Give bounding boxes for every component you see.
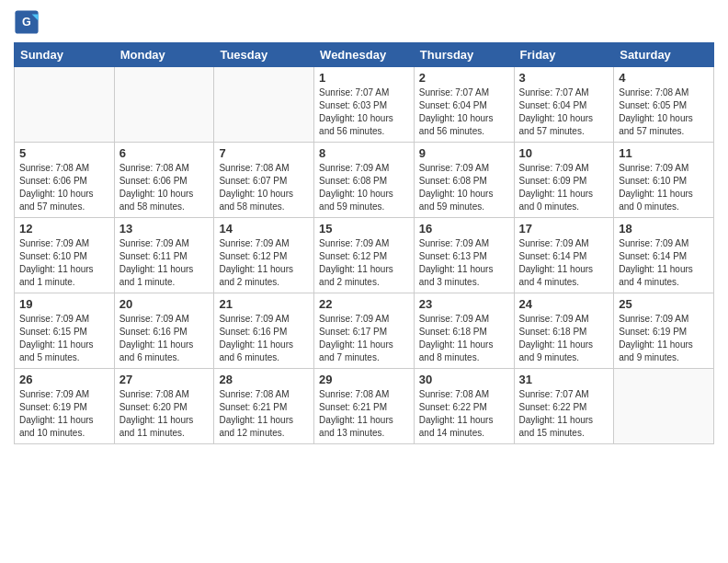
- calendar-cell: 29Sunrise: 7:08 AM Sunset: 6:21 PM Dayli…: [314, 369, 415, 444]
- day-info: Sunrise: 7:08 AM Sunset: 6:06 PM Dayligh…: [19, 162, 109, 213]
- day-info: Sunrise: 7:08 AM Sunset: 6:22 PM Dayligh…: [419, 388, 509, 440]
- calendar-cell: 28Sunrise: 7:08 AM Sunset: 6:21 PM Dayli…: [214, 369, 314, 444]
- calendar-cell: 9Sunrise: 7:09 AM Sunset: 6:08 PM Daylig…: [414, 143, 514, 218]
- header-day: Wednesday: [314, 43, 415, 67]
- header-row: SundayMondayTuesdayWednesdayThursdayFrid…: [15, 43, 714, 67]
- calendar-cell: 22Sunrise: 7:09 AM Sunset: 6:17 PM Dayli…: [314, 293, 415, 369]
- day-number: 23: [419, 297, 509, 311]
- day-number: 14: [219, 222, 309, 236]
- calendar-cell: 19Sunrise: 7:09 AM Sunset: 6:15 PM Dayli…: [15, 293, 115, 369]
- day-info: Sunrise: 7:09 AM Sunset: 6:18 PM Dayligh…: [419, 313, 509, 364]
- day-info: Sunrise: 7:09 AM Sunset: 6:08 PM Dayligh…: [419, 162, 509, 213]
- day-number: 19: [19, 297, 109, 311]
- day-number: 17: [519, 222, 609, 236]
- calendar-cell: 5Sunrise: 7:08 AM Sunset: 6:06 PM Daylig…: [15, 143, 115, 218]
- calendar-cell: 27Sunrise: 7:08 AM Sunset: 6:20 PM Dayli…: [114, 369, 214, 444]
- calendar-cell: 7Sunrise: 7:08 AM Sunset: 6:07 PM Daylig…: [214, 143, 314, 218]
- header-day: Thursday: [414, 43, 514, 67]
- day-number: 7: [219, 146, 309, 160]
- calendar-cell: 1Sunrise: 7:07 AM Sunset: 6:03 PM Daylig…: [314, 67, 415, 143]
- day-info: Sunrise: 7:09 AM Sunset: 6:19 PM Dayligh…: [619, 313, 709, 364]
- calendar-cell: 6Sunrise: 7:08 AM Sunset: 6:06 PM Daylig…: [114, 143, 214, 218]
- day-info: Sunrise: 7:09 AM Sunset: 6:19 PM Dayligh…: [19, 388, 109, 440]
- day-info: Sunrise: 7:08 AM Sunset: 6:21 PM Dayligh…: [319, 388, 409, 440]
- day-number: 21: [219, 297, 309, 311]
- day-info: Sunrise: 7:09 AM Sunset: 6:18 PM Dayligh…: [519, 313, 609, 364]
- calendar-cell: 15Sunrise: 7:09 AM Sunset: 6:12 PM Dayli…: [314, 218, 415, 293]
- day-info: Sunrise: 7:09 AM Sunset: 6:16 PM Dayligh…: [219, 313, 309, 364]
- day-number: 5: [19, 146, 109, 160]
- calendar-cell: [614, 369, 714, 444]
- calendar-week-row: 5Sunrise: 7:08 AM Sunset: 6:06 PM Daylig…: [15, 143, 714, 218]
- day-number: 22: [319, 297, 409, 311]
- day-number: 2: [419, 71, 509, 85]
- calendar-cell: 16Sunrise: 7:09 AM Sunset: 6:13 PM Dayli…: [414, 218, 514, 293]
- day-number: 6: [119, 146, 210, 160]
- day-info: Sunrise: 7:08 AM Sunset: 6:07 PM Dayligh…: [219, 162, 309, 213]
- day-info: Sunrise: 7:07 AM Sunset: 6:22 PM Dayligh…: [519, 388, 609, 440]
- calendar-week-row: 19Sunrise: 7:09 AM Sunset: 6:15 PM Dayli…: [15, 293, 714, 369]
- day-info: Sunrise: 7:09 AM Sunset: 6:13 PM Dayligh…: [419, 237, 509, 289]
- day-info: Sunrise: 7:09 AM Sunset: 6:12 PM Dayligh…: [319, 237, 409, 289]
- calendar-cell: 24Sunrise: 7:09 AM Sunset: 6:18 PM Dayli…: [514, 293, 614, 369]
- calendar-cell: 31Sunrise: 7:07 AM Sunset: 6:22 PM Dayli…: [514, 369, 614, 444]
- day-info: Sunrise: 7:09 AM Sunset: 6:14 PM Dayligh…: [619, 237, 709, 289]
- day-info: Sunrise: 7:08 AM Sunset: 6:20 PM Dayligh…: [119, 388, 210, 440]
- calendar-header: G: [14, 9, 714, 35]
- day-info: Sunrise: 7:09 AM Sunset: 6:12 PM Dayligh…: [219, 237, 309, 289]
- day-info: Sunrise: 7:07 AM Sunset: 6:04 PM Dayligh…: [419, 86, 509, 138]
- day-number: 16: [419, 222, 509, 236]
- svg-text:G: G: [22, 16, 31, 29]
- day-info: Sunrise: 7:09 AM Sunset: 6:14 PM Dayligh…: [519, 237, 609, 289]
- day-info: Sunrise: 7:07 AM Sunset: 6:04 PM Dayligh…: [519, 86, 609, 138]
- header-day: Sunday: [15, 43, 115, 67]
- calendar-cell: 20Sunrise: 7:09 AM Sunset: 6:16 PM Dayli…: [114, 293, 214, 369]
- day-info: Sunrise: 7:08 AM Sunset: 6:21 PM Dayligh…: [219, 388, 309, 440]
- calendar-cell: 2Sunrise: 7:07 AM Sunset: 6:04 PM Daylig…: [414, 67, 514, 143]
- header-day: Friday: [514, 43, 614, 67]
- calendar-cell: [114, 67, 214, 143]
- day-number: 28: [219, 373, 309, 386]
- calendar-cell: 21Sunrise: 7:09 AM Sunset: 6:16 PM Dayli…: [214, 293, 314, 369]
- day-info: Sunrise: 7:08 AM Sunset: 6:06 PM Dayligh…: [119, 162, 210, 213]
- day-info: Sunrise: 7:09 AM Sunset: 6:11 PM Dayligh…: [119, 237, 210, 289]
- calendar-cell: [15, 67, 115, 143]
- calendar-cell: 11Sunrise: 7:09 AM Sunset: 6:10 PM Dayli…: [614, 143, 714, 218]
- day-number: 12: [19, 222, 109, 236]
- day-number: 1: [319, 71, 409, 85]
- calendar-cell: 18Sunrise: 7:09 AM Sunset: 6:14 PM Dayli…: [614, 218, 714, 293]
- day-number: 13: [119, 222, 210, 236]
- day-number: 11: [619, 146, 709, 160]
- calendar-week-row: 12Sunrise: 7:09 AM Sunset: 6:10 PM Dayli…: [15, 218, 714, 293]
- day-info: Sunrise: 7:09 AM Sunset: 6:17 PM Dayligh…: [319, 313, 409, 364]
- day-number: 25: [619, 297, 709, 311]
- day-number: 4: [619, 71, 709, 85]
- day-number: 10: [519, 146, 609, 160]
- day-number: 20: [119, 297, 210, 311]
- calendar-cell: 12Sunrise: 7:09 AM Sunset: 6:10 PM Dayli…: [15, 218, 115, 293]
- day-info: Sunrise: 7:09 AM Sunset: 6:10 PM Dayligh…: [619, 162, 709, 213]
- day-number: 26: [19, 373, 109, 386]
- calendar-cell: 3Sunrise: 7:07 AM Sunset: 6:04 PM Daylig…: [514, 67, 614, 143]
- day-info: Sunrise: 7:07 AM Sunset: 6:03 PM Dayligh…: [319, 86, 409, 138]
- calendar-cell: 8Sunrise: 7:09 AM Sunset: 6:08 PM Daylig…: [314, 143, 415, 218]
- calendar-cell: 4Sunrise: 7:08 AM Sunset: 6:05 PM Daylig…: [614, 67, 714, 143]
- calendar-week-row: 26Sunrise: 7:09 AM Sunset: 6:19 PM Dayli…: [15, 369, 714, 444]
- header-day: Saturday: [614, 43, 714, 67]
- calendar-page: G SundayMondayTuesdayWednesdayThursdayFr…: [0, 0, 728, 563]
- calendar-cell: 13Sunrise: 7:09 AM Sunset: 6:11 PM Dayli…: [114, 218, 214, 293]
- day-number: 9: [419, 146, 509, 160]
- day-number: 18: [619, 222, 709, 236]
- header-day: Tuesday: [214, 43, 314, 67]
- calendar-cell: [214, 67, 314, 143]
- calendar-cell: 17Sunrise: 7:09 AM Sunset: 6:14 PM Dayli…: [514, 218, 614, 293]
- day-number: 29: [319, 373, 409, 386]
- header-day: Monday: [114, 43, 214, 67]
- day-info: Sunrise: 7:09 AM Sunset: 6:10 PM Dayligh…: [19, 237, 109, 289]
- calendar-cell: 14Sunrise: 7:09 AM Sunset: 6:12 PM Dayli…: [214, 218, 314, 293]
- calendar-cell: 10Sunrise: 7:09 AM Sunset: 6:09 PM Dayli…: [514, 143, 614, 218]
- calendar-cell: 25Sunrise: 7:09 AM Sunset: 6:19 PM Dayli…: [614, 293, 714, 369]
- day-number: 30: [419, 373, 509, 386]
- day-number: 15: [319, 222, 409, 236]
- logo-icon: G: [14, 9, 40, 35]
